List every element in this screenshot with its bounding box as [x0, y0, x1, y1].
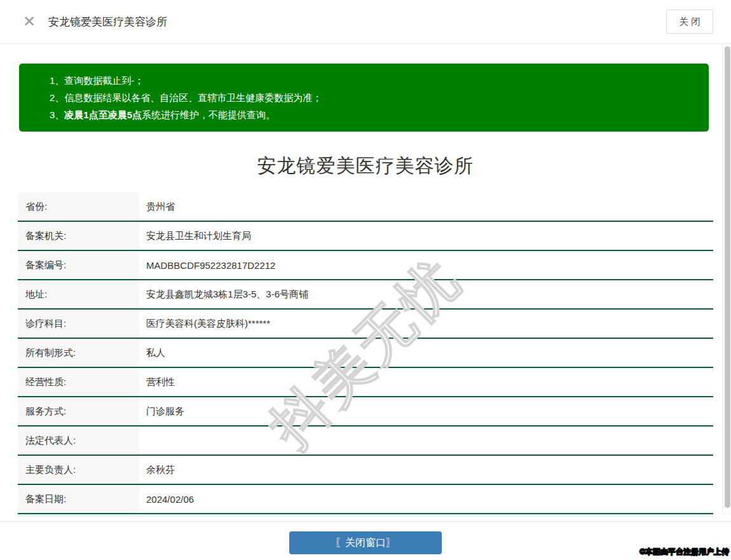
row-label: 所有制形式:: [18, 339, 139, 367]
close-window-button[interactable]: 〖关闭窗口〗: [289, 531, 442, 554]
table-row: 地址:安龙县鑫凯龙城3栋1层3-5、3-6号商铺: [18, 280, 713, 310]
row-value: 安龙县卫生和计划生育局: [139, 222, 713, 250]
table-row: 法定代表人:: [18, 427, 713, 456]
copyright-watermark: ©本图由平台注册用户上传: [639, 547, 729, 557]
top-bar: ✕ 安龙镜爱美医疗美容诊所 关 闭: [0, 0, 731, 44]
row-value: MADBBCDF952232817D2212: [139, 251, 713, 279]
row-label: 备案机关:: [18, 222, 139, 250]
table-row: 经营性质:营利性: [18, 368, 713, 397]
row-value: 门诊服务: [139, 397, 713, 425]
scrollbar-thumb[interactable]: [725, 46, 730, 508]
page-title: 安龙镜爱美医疗美容诊所: [0, 153, 731, 179]
scroll-area: 1、查询数据截止到-；2、信息数据结果以各省、自治区、直辖市卫生健康委数据为准；…: [0, 64, 731, 514]
close-button[interactable]: 关 闭: [666, 10, 713, 34]
table-row: 备案机关:安龙县卫生和计划生育局: [18, 222, 713, 251]
row-value: 贵州省: [139, 193, 713, 221]
row-label: 主要负责人:: [18, 456, 139, 484]
row-label: 备案编号:: [18, 251, 139, 279]
row-label: 备案日期:: [18, 485, 139, 513]
window-title: 安龙镜爱美医疗美容诊所: [48, 15, 167, 29]
table-row: 服务方式:门诊服务: [18, 397, 713, 427]
notice-line: 2、信息数据结果以各省、自治区、直辖市卫生健康委数据为准；: [50, 89, 696, 106]
table-row: 主要负责人:余秋芬: [18, 456, 713, 485]
table-row: 诊疗科目:医疗美容科(美容皮肤科)******: [18, 310, 713, 339]
row-label: 法定代表人:: [18, 427, 139, 454]
notice-line: 3、凌晨1点至凌晨5点系统进行维护，不能提供查询。: [50, 106, 696, 123]
row-label: 经营性质:: [18, 368, 139, 396]
row-value: 2024/02/06: [139, 485, 713, 513]
footer-bar: 〖关闭窗口〗: [0, 521, 731, 560]
table-row: 所有制形式:私人: [18, 339, 713, 368]
table-row: 省份:贵州省: [18, 193, 713, 222]
table-row: 备案日期:2024/02/06: [18, 485, 713, 514]
row-label: 服务方式:: [18, 397, 139, 425]
row-value: 余秋芬: [139, 456, 713, 484]
notice-line: 1、查询数据截止到-；: [50, 72, 696, 89]
row-value: 营利性: [139, 368, 713, 396]
row-label: 地址:: [18, 280, 139, 308]
row-value: 医疗美容科(美容皮肤科)******: [139, 310, 713, 338]
info-table: 省份:贵州省备案机关:安龙县卫生和计划生育局备案编号:MADBBCDF95223…: [18, 193, 713, 514]
row-value: [139, 427, 713, 454]
scrollbar-track[interactable]: [722, 44, 731, 515]
clinic-record-page: ✕ 安龙镜爱美医疗美容诊所 关 闭 1、查询数据截止到-；2、信息数据结果以各省…: [0, 0, 731, 560]
row-value: 私人: [139, 339, 713, 367]
close-x-icon[interactable]: ✕: [23, 14, 36, 29]
row-label: 省份:: [18, 193, 139, 221]
notice-box: 1、查询数据截止到-；2、信息数据结果以各省、自治区、直辖市卫生健康委数据为准；…: [19, 64, 709, 132]
table-row: 备案编号:MADBBCDF952232817D2212: [18, 251, 713, 280]
row-value: 安龙县鑫凯龙城3栋1层3-5、3-6号商铺: [139, 280, 713, 308]
row-label: 诊疗科目:: [18, 310, 139, 338]
